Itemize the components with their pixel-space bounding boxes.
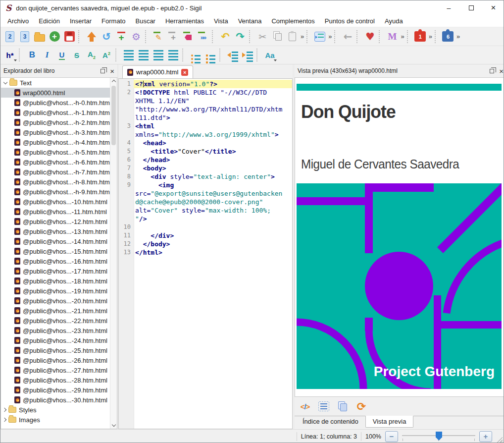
- strikethrough-button[interactable]: S: [69, 48, 84, 62]
- file-item[interactable]: @public@vhos...-25.htm.html: [1, 345, 117, 355]
- file-item[interactable]: @public@vhos...-23.htm.html: [1, 326, 117, 335]
- toolbar-overflow-chevron[interactable]: »: [429, 33, 432, 40]
- zoom-out-button[interactable]: −: [385, 431, 398, 442]
- close-panel-icon[interactable]: ×: [110, 67, 114, 75]
- restore-checkpoint-button[interactable]: ↺: [99, 29, 114, 44]
- file-item[interactable]: @public@vhos...-14.htm.html: [1, 236, 117, 246]
- code-line[interactable]: 2<!DOCTYPE html PUBLIC "-//W3C//DTD XHTM…: [119, 88, 292, 122]
- tab-close-icon[interactable]: ×: [181, 69, 188, 76]
- toolbar-overflow-chevron[interactable]: »: [456, 33, 460, 40]
- menu-puntos-de-control[interactable]: Puntos de control: [320, 15, 380, 27]
- menu-ventana[interactable]: Ventana: [233, 15, 267, 27]
- code-line[interactable]: 4 <head>: [119, 139, 292, 147]
- file-item[interactable]: @public@vhost...-h-9.htm.html: [1, 187, 117, 197]
- code-line[interactable]: 6 </head>: [119, 156, 292, 164]
- menu-vista[interactable]: Vista: [209, 15, 233, 27]
- plugin-m-button[interactable]: M: [385, 29, 400, 44]
- checkpoint-add-button[interactable]: +: [166, 29, 181, 44]
- menu-formato[interactable]: Formato: [97, 15, 130, 27]
- menu-complementos[interactable]: Complementos: [266, 15, 319, 27]
- align-center-button[interactable]: [136, 48, 151, 62]
- underline-button[interactable]: U: [54, 48, 69, 62]
- file-item[interactable]: @public@vhost...-h-7.htm.html: [1, 167, 117, 177]
- code-editor[interactable]: 1<?xml version="1.0"?>2<!DOCTYPE html PU…: [118, 78, 293, 429]
- code-line[interactable]: 3<html xmlns="http://www.w3.org/1999/xht…: [119, 122, 292, 139]
- file-item[interactable]: @public@vhos...-12.htm.html: [1, 217, 117, 226]
- open-button[interactable]: [32, 29, 47, 44]
- zoom-slider[interactable]: [402, 431, 475, 443]
- new-epub3-button[interactable]: 3: [17, 29, 32, 44]
- donate-button[interactable]: ♥: [362, 29, 377, 44]
- undock-icon[interactable]: [490, 69, 494, 73]
- undo-button[interactable]: ↶: [218, 29, 233, 44]
- file-item[interactable]: @public@vhost...-h-0.htm.html: [1, 98, 117, 108]
- file-item[interactable]: @public@vhost...-h-4.htm.html: [1, 137, 117, 147]
- file-item[interactable]: @public@vhos...-20.htm.html: [1, 296, 117, 306]
- file-item[interactable]: @public@vhos...-18.htm.html: [1, 276, 117, 286]
- superscript-button[interactable]: A2: [99, 48, 114, 62]
- file-item[interactable]: @public@vhos...-30.htm.html: [1, 395, 117, 405]
- refresh-preview-button[interactable]: ⟳: [355, 400, 368, 413]
- redo-button[interactable]: ↷: [233, 29, 248, 44]
- editor-tab-wrap0000[interactable]: wrap0000.html ×: [122, 65, 193, 78]
- menu-herramientas[interactable]: Herramientas: [160, 15, 209, 27]
- file-item[interactable]: @public@vhos...-10.htm.html: [1, 197, 117, 207]
- checkpoint-next-button[interactable]: »»: [196, 29, 210, 44]
- file-item[interactable]: @public@vhos...-15.htm.html: [1, 246, 117, 256]
- tree-folder-images[interactable]: Images: [1, 415, 117, 425]
- toolbar-overflow-chevron[interactable]: »: [401, 33, 404, 40]
- change-case-button[interactable]: Aa: [262, 48, 277, 62]
- undock-icon[interactable]: [101, 69, 105, 73]
- code-line[interactable]: 8 <div style="text-align: center">: [119, 172, 292, 181]
- file-item[interactable]: @public@vhost...-h-5.htm.html: [1, 147, 117, 157]
- subscript-button[interactable]: A2: [84, 48, 99, 62]
- file-item[interactable]: @public@vhos...-24.htm.html: [1, 335, 117, 345]
- slider-handle[interactable]: [436, 432, 442, 441]
- resize-grip[interactable]: [496, 436, 503, 443]
- tab-indice-de-contenido[interactable]: Índice de contenido: [296, 416, 365, 428]
- numbered-list-button[interactable]: [203, 48, 218, 62]
- chevron-right-icon[interactable]: [2, 418, 6, 422]
- file-item[interactable]: @public@vhos...-16.htm.html: [1, 256, 117, 266]
- italic-button[interactable]: I: [40, 48, 54, 62]
- zoom-in-button[interactable]: +: [479, 431, 492, 442]
- settings-button[interactable]: ⚙: [129, 29, 144, 44]
- tree-folder-styles[interactable]: Styles: [1, 405, 117, 415]
- file-item[interactable]: @public@vhos...-19.htm.html: [1, 286, 117, 296]
- heading-select-button[interactable]: h*: [2, 48, 17, 62]
- copy-preview-button[interactable]: [336, 400, 349, 413]
- bold-button[interactable]: B: [25, 48, 40, 62]
- outdent-button[interactable]: [225, 48, 240, 62]
- file-item[interactable]: @public@vhost...-h-1.htm.html: [1, 108, 117, 117]
- indent-button[interactable]: [240, 48, 255, 62]
- file-item[interactable]: @public@vhos...-11.htm.html: [1, 207, 117, 217]
- file-item[interactable]: @public@vhos...-21.htm.html: [1, 306, 117, 316]
- tree-folder-text[interactable]: Text: [1, 78, 117, 88]
- menu-edici-n[interactable]: Edición: [34, 15, 65, 27]
- split-marker-button[interactable]: [312, 29, 327, 44]
- align-justify-button[interactable]: [166, 48, 181, 62]
- align-right-button[interactable]: [151, 48, 166, 62]
- file-item[interactable]: @public@vhost...-h-2.htm.html: [1, 117, 117, 127]
- commit-up-button[interactable]: [84, 29, 99, 44]
- copy-button[interactable]: [270, 29, 285, 44]
- code-line[interactable]: 13</html>: [119, 248, 292, 257]
- close-button[interactable]: ×: [482, 0, 504, 15]
- file-item[interactable]: @public@vhos...-27.htm.html: [1, 365, 117, 375]
- file-item[interactable]: @public@vhos...-17.htm.html: [1, 266, 117, 276]
- file-item[interactable]: @public@vhos...-28.htm.html: [1, 375, 117, 385]
- file-item[interactable]: @public@vhos...-29.htm.html: [1, 385, 117, 395]
- align-left-button[interactable]: [121, 48, 136, 62]
- file-item[interactable]: @public@vhos...-22.htm.html: [1, 316, 117, 326]
- code-line[interactable]: 10: [119, 223, 292, 231]
- add-file-button[interactable]: +: [47, 29, 62, 44]
- checkpoint-tag-button[interactable]: [181, 29, 196, 44]
- scroll-down-icon[interactable]: [112, 423, 116, 427]
- code-line[interactable]: 9 <img src="@export@sunsite@users@gutenb…: [119, 181, 292, 223]
- scroll-up-icon[interactable]: [112, 80, 116, 84]
- select-all-button[interactable]: [317, 400, 330, 413]
- bullet-list-button[interactable]: [188, 48, 203, 62]
- code-line[interactable]: 11 </div>: [119, 231, 292, 240]
- plugin-1-button[interactable]: 1: [413, 29, 428, 44]
- code-line[interactable]: 5 <title>"Cover"</title>: [119, 147, 292, 156]
